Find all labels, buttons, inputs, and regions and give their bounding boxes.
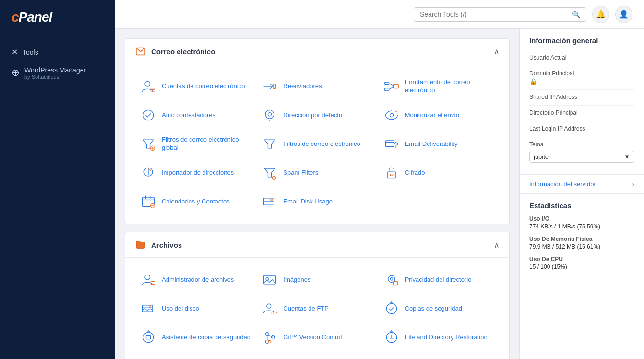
tool-auto-contestadores[interactable]: Auto contestadores: [135, 101, 256, 130]
tool-file-restoration[interactable]: File and Directory Restoration: [378, 323, 500, 352]
tool-imagenes[interactable]: Imágenes: [256, 265, 378, 294]
svg-text:FTP: FTP: [271, 311, 277, 315]
wordpress-sub: by Softaculous: [24, 74, 86, 80]
tool-deliverability-label: Email Deliverability: [405, 140, 458, 148]
section-correo-header: Correo electrónico ∧: [125, 39, 509, 64]
tool-monitorizar[interactable]: Monitorizar el envío: [378, 101, 500, 130]
center-panel: Correo electrónico ∧: [115, 29, 519, 359]
tool-uso-disco[interactable]: Uso del disco: [135, 294, 256, 323]
main-content: 🔍 🔔 👤 Correo electrónico: [115, 0, 644, 359]
tool-privacidad-dir[interactable]: Privacidad del directorio: [378, 265, 500, 294]
tool-cuentas-ftp[interactable]: FTP Cuentas de FTP: [256, 294, 378, 323]
tema-row: Tema jupiter ▼: [529, 137, 634, 167]
global-filters-icon: [140, 135, 157, 153]
sidebar-item-tools[interactable]: ✕ Tools: [0, 43, 115, 61]
section-correo: Correo electrónico ∧: [125, 38, 510, 224]
tool-email-disk[interactable]: Email Disk Usage: [256, 187, 378, 216]
sidebar-tools-label: Tools: [23, 48, 38, 56]
svg-point-1: [145, 81, 150, 86]
svg-marker-21: [265, 140, 275, 148]
tool-imagenes-label: Imágenes: [283, 276, 310, 284]
importer-icon: [140, 164, 157, 181]
svg-rect-22: [385, 141, 394, 146]
tool-importador-label: Importador de direcciones: [162, 169, 234, 177]
autoresponder-icon: [140, 107, 157, 124]
tema-select[interactable]: jupiter ▼: [529, 151, 634, 163]
tool-importador[interactable]: Importador de direcciones: [135, 158, 256, 187]
svg-point-54: [386, 303, 396, 313]
tool-enrutamiento-label: Enrutamiento de correo electrónico: [405, 78, 495, 95]
stat-memory-label: Uso De Memoria Física: [529, 236, 634, 242]
tool-spam-label: Spam Filters: [283, 169, 318, 177]
user-account-button[interactable]: 👤: [615, 6, 632, 23]
svg-line-16: [395, 111, 397, 112]
svg-rect-58: [146, 335, 151, 339]
backup-wizard-icon: [140, 329, 157, 346]
svg-point-56: [143, 332, 153, 342]
svg-point-41: [271, 199, 273, 201]
tool-privacidad-dir-label: Privacidad del directorio: [405, 276, 472, 284]
directorio-row: Directorio Principal: [529, 106, 634, 121]
tool-cifrado[interactable]: Cifrado: [378, 158, 500, 187]
tool-file-restoration-label: File and Directory Restoration: [405, 334, 488, 342]
right-panel: Información general Usuario Actual Domin…: [519, 29, 644, 359]
tema-value: jupiter: [534, 153, 550, 160]
sidebar-logo: cPanel: [0, 0, 115, 35]
tool-enrutamiento[interactable]: Enrutamiento de correo electrónico: [378, 72, 500, 101]
svg-point-52: [267, 304, 271, 308]
notifications-button[interactable]: 🔔: [592, 6, 609, 23]
tool-copias-seguridad[interactable]: Copias de seguridad: [378, 294, 500, 323]
dir-privacy-icon: [383, 271, 400, 288]
stats-title: Estadísticas: [529, 202, 634, 210]
deliverability-icon: [383, 135, 400, 153]
svg-line-27: [148, 168, 151, 171]
svg-marker-28: [265, 168, 275, 177]
tool-email-disk-label: Email Disk Usage: [283, 198, 333, 206]
tool-admin-archivos-label: Administrador de archivos: [162, 276, 234, 284]
tool-git-version[interactable]: Git™ Version Control: [256, 323, 378, 352]
tool-calendarios[interactable]: Calendarios y Contactos: [135, 187, 256, 216]
git-icon: [261, 329, 278, 346]
tool-spam-filters[interactable]: Spam Filters: [256, 158, 378, 187]
correo-collapse-button[interactable]: ∧: [494, 47, 500, 56]
archivos-collapse-button[interactable]: ∧: [494, 240, 500, 250]
spam-icon: [261, 164, 278, 181]
tool-asistente-copia[interactable]: Asistente de copia de seguridad: [135, 323, 256, 352]
info-general-title: Información general: [529, 36, 634, 45]
tool-filtros-correo[interactable]: Filtros de correo electrónico: [256, 130, 378, 158]
ftp-icon: FTP: [261, 300, 278, 317]
tool-cuentas-ftp-label: Cuentas de FTP: [283, 305, 329, 313]
tool-cuentas-correo[interactable]: Cuentas de correo electrónico: [135, 72, 256, 101]
correo-tools-grid: Cuentas de correo electrónico Reenviador…: [125, 64, 509, 224]
svg-point-47: [390, 278, 393, 280]
sidebar-item-wordpress[interactable]: ⊕ WordPress Manager by Softaculous: [0, 61, 115, 84]
search-input[interactable]: [420, 11, 572, 18]
encryption-icon: [383, 164, 400, 181]
tool-auto-contestadores-label: Auto contestadores: [162, 111, 215, 120]
email-section-icon: [135, 46, 146, 57]
tool-reenviadores[interactable]: Reenviadores: [256, 72, 378, 101]
tema-label: Tema: [529, 141, 634, 148]
archivos-tools-grid: Administrador de archivos Imágenes: [125, 258, 509, 359]
tool-cifrado-label: Cifrado: [405, 169, 425, 177]
calendar-icon: [140, 193, 157, 210]
usuario-row: Usuario Actual: [529, 50, 634, 66]
tool-direccion-defecto-label: Dirección por defecto: [283, 111, 342, 120]
svg-point-63: [269, 340, 271, 343]
tool-admin-archivos[interactable]: Administrador de archivos: [135, 265, 256, 294]
folder-section-icon: [135, 239, 146, 251]
svg-rect-48: [393, 282, 397, 285]
svg-rect-31: [387, 172, 396, 178]
wordpress-label: WordPress Manager: [24, 66, 86, 74]
tool-email-deliverability[interactable]: Email Deliverability: [378, 130, 500, 158]
tool-direccion-defecto[interactable]: Dirección por defecto: [256, 101, 378, 130]
svg-point-59: [265, 332, 269, 335]
svg-rect-8: [393, 84, 398, 88]
svg-point-11: [143, 110, 153, 120]
file-restore-icon: [383, 329, 400, 346]
tool-filtros-globales[interactable]: Filtros de correo electrónico global: [135, 130, 256, 158]
search-box[interactable]: 🔍: [414, 7, 586, 22]
directorio-label: Directorio Principal: [529, 109, 634, 116]
svg-point-12: [265, 110, 274, 119]
server-info-link[interactable]: Información del servidor ›: [520, 175, 644, 194]
